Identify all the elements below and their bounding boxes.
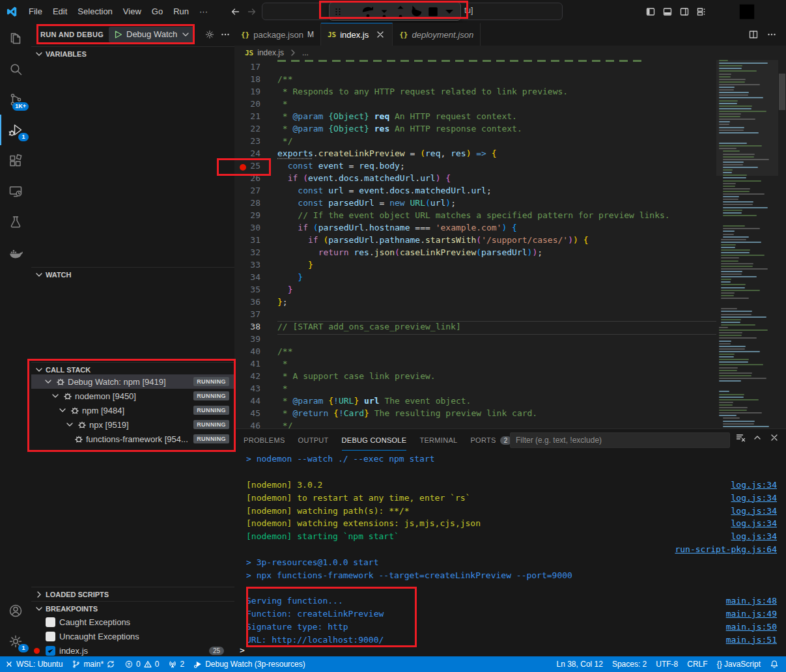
- breadcrumb-symbol[interactable]: ...: [302, 48, 309, 57]
- stop-button[interactable]: [425, 5, 441, 19]
- activity-accounts[interactable]: [0, 595, 31, 626]
- panel-tab-output[interactable]: OUTPUT: [298, 430, 329, 451]
- activity-search[interactable]: [0, 53, 31, 84]
- clear-console-icon[interactable]: [735, 432, 746, 443]
- line-number[interactable]: 35: [234, 285, 276, 297]
- problems[interactable]: 00: [120, 656, 163, 672]
- eol[interactable]: CRLF: [682, 656, 712, 672]
- line-number[interactable]: 30: [234, 223, 276, 235]
- minimap[interactable]: [716, 60, 778, 428]
- line-number[interactable]: 24: [234, 148, 276, 161]
- tab-package-json[interactable]: {}package.jsonM: [234, 23, 321, 46]
- menu-run[interactable]: Run: [168, 5, 194, 18]
- scrollbar-thumb[interactable]: [779, 74, 785, 110]
- menu-more[interactable]: ···: [194, 5, 213, 18]
- call-stack-session[interactable]: Debug Watch: npm [9419]RUNNING: [31, 374, 234, 389]
- line-number[interactable]: 21: [234, 111, 276, 124]
- menu-view[interactable]: View: [118, 5, 147, 18]
- console-prompt[interactable]: >: [234, 644, 245, 656]
- breakpoint-row[interactable]: Caught Exceptions: [31, 615, 234, 629]
- line-number[interactable]: 28: [234, 198, 276, 210]
- line-number[interactable]: 26: [234, 173, 276, 186]
- line-number[interactable]: 42: [234, 371, 276, 384]
- line-number[interactable]: 46: [234, 421, 276, 428]
- section-variables[interactable]: VARIABLES: [31, 46, 234, 61]
- go-forward-icon[interactable]: [247, 7, 257, 17]
- line-number[interactable]: 40: [234, 346, 276, 359]
- console-source-link[interactable]: log.js:34: [731, 531, 777, 541]
- breakpoint-row[interactable]: Uncaught Exceptions: [31, 629, 234, 643]
- panel-tab-terminal[interactable]: TERMINAL: [419, 430, 457, 451]
- activity-run-and-debug[interactable]: 1: [0, 115, 31, 145]
- activity-settings[interactable]: 1: [0, 626, 31, 656]
- line-number[interactable]: 29: [234, 210, 276, 223]
- git-branch[interactable]: main*: [67, 656, 120, 672]
- section-loaded-scripts[interactable]: LOADED SCRIPTS: [31, 587, 234, 601]
- console-source-link[interactable]: main.js:49: [726, 609, 777, 619]
- menu-file[interactable]: File: [23, 5, 48, 18]
- menu-edit[interactable]: Edit: [48, 5, 72, 18]
- toggle-panel-icon[interactable]: [662, 7, 673, 17]
- menu-go[interactable]: Go: [147, 5, 168, 18]
- debug-status[interactable]: Debug Watch (3p-resources): [189, 656, 310, 672]
- start-debug-icon[interactable]: [113, 29, 123, 40]
- console-source-link[interactable]: run-script-pkg.js:64: [675, 544, 777, 554]
- breakpoint-checkbox[interactable]: [46, 632, 55, 641]
- customize-layout-icon[interactable]: [696, 7, 707, 17]
- close-window-button[interactable]: [760, 0, 786, 23]
- panel-tab-debug-console[interactable]: DEBUG CONSOLE: [342, 430, 407, 451]
- line-number[interactable]: 22: [234, 124, 276, 136]
- editor-gutter[interactable]: 1718192021222324252627282930313233343536…: [234, 62, 276, 428]
- close-tab-icon[interactable]: [375, 29, 386, 40]
- code-content[interactable]: /** * Responds to any HTTP request relat…: [277, 62, 716, 428]
- encoding[interactable]: UTF-8: [651, 656, 682, 672]
- notifications[interactable]: [765, 656, 783, 672]
- language-mode[interactable]: {} JavaScript: [712, 656, 765, 672]
- pause-button[interactable]: [344, 5, 359, 19]
- section-breakpoints[interactable]: BREAKPOINTS: [31, 601, 234, 615]
- console-source-link[interactable]: log.js:34: [731, 506, 777, 516]
- panel-tab-problems[interactable]: PROBLEMS: [244, 430, 285, 451]
- go-back-icon[interactable]: [230, 7, 240, 17]
- line-number[interactable]: 23: [234, 136, 276, 148]
- stop-dropdown[interactable]: [442, 5, 457, 19]
- line-number[interactable]: 18: [234, 74, 276, 87]
- line-number[interactable]: 32: [234, 247, 276, 260]
- console-source-link[interactable]: log.js:34: [731, 480, 777, 490]
- call-stack-session[interactable]: functions-framework [954...RUNNING: [31, 432, 234, 446]
- breakpoint-checkbox[interactable]: [46, 617, 55, 627]
- breadcrumb-file[interactable]: index.js: [257, 48, 284, 57]
- line-number[interactable]: 37: [234, 309, 276, 322]
- line-number[interactable]: 41: [234, 359, 276, 371]
- cursor-position[interactable]: Ln 38, Col 12: [552, 656, 608, 672]
- line-number[interactable]: 34: [234, 272, 276, 285]
- breakpoint-glyph[interactable]: [240, 164, 246, 171]
- toolbar-gripper[interactable]: [333, 5, 343, 19]
- step-out-button[interactable]: [393, 5, 408, 19]
- forwarded-ports[interactable]: 2: [163, 656, 189, 672]
- activity-source-control[interactable]: 1K+: [0, 84, 31, 115]
- tab-index-js[interactable]: JSindex.js: [321, 23, 393, 46]
- breadcrumb[interactable]: JS index.js ...: [234, 46, 786, 60]
- gear-icon[interactable]: [204, 29, 215, 40]
- line-number[interactable]: 31: [234, 235, 276, 247]
- line-number[interactable]: 39: [234, 334, 276, 346]
- toggle-primary-sidebar-icon[interactable]: [645, 7, 656, 17]
- step-into-button[interactable]: [376, 5, 392, 19]
- tab-deployment-json[interactable]: {}deployment.json: [393, 23, 481, 46]
- activity-remote-explorer[interactable]: [0, 176, 31, 206]
- line-number[interactable]: 19: [234, 87, 276, 99]
- line-number[interactable]: 38: [234, 322, 276, 334]
- split-editor-icon[interactable]: [748, 29, 759, 40]
- line-number[interactable]: 43: [234, 384, 276, 396]
- launch-config-dropdown[interactable]: Debug Watch: [109, 27, 195, 42]
- line-number[interactable]: 33: [234, 260, 276, 272]
- line-number[interactable]: 17: [234, 62, 276, 74]
- console-source-link[interactable]: main.js:51: [726, 635, 777, 645]
- activity-docker[interactable]: [0, 237, 31, 268]
- console-source-link[interactable]: log.js:34: [731, 518, 777, 528]
- line-number[interactable]: 36: [234, 297, 276, 309]
- line-number[interactable]: 20: [234, 99, 276, 111]
- activity-testing[interactable]: [0, 206, 31, 237]
- maximize-panel-icon[interactable]: [752, 432, 763, 443]
